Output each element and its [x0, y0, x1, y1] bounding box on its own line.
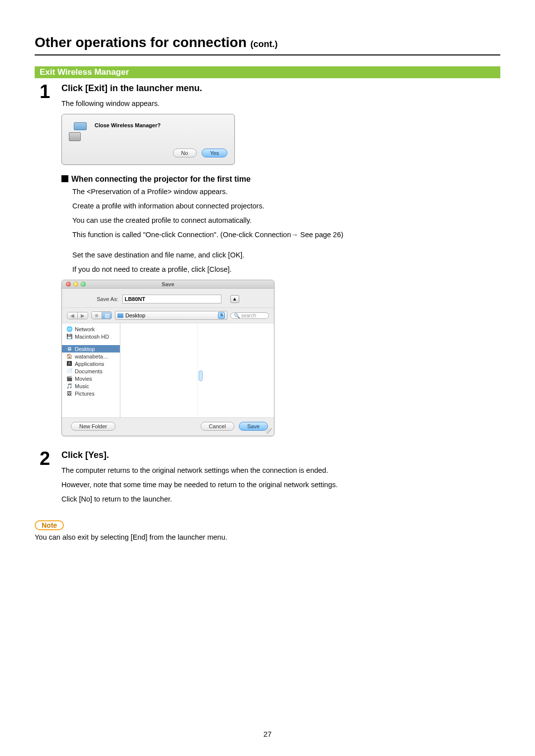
search-icon: 🔍 — [234, 313, 240, 318]
step-2-line: However, note that some time may be need… — [61, 480, 500, 490]
step-2-heading: Click [Yes]. — [61, 450, 500, 460]
step-1-heading: Click [Exit] in the launcher menu. — [61, 83, 500, 94]
search-placeholder: search — [241, 313, 256, 318]
home-icon: 🏠 — [66, 353, 72, 359]
step-1-number: 1 — [40, 82, 61, 446]
back-icon[interactable]: ◀ — [67, 312, 77, 319]
network-icon: 🌐 — [66, 326, 72, 332]
nav-back-forward[interactable]: ◀▶ — [67, 312, 88, 319]
save-as-label: Save As: — [97, 296, 118, 302]
documents-icon: 📄 — [66, 368, 72, 374]
step-2: 2 Click [Yes]. The computer returns to t… — [40, 449, 500, 508]
close-icon[interactable] — [66, 282, 71, 287]
zoom-icon[interactable] — [81, 282, 86, 287]
disclosure-button[interactable]: ▲ — [230, 295, 239, 303]
note-chip: Note — [35, 520, 64, 530]
sidebar-item-applications[interactable]: 🅰Applications — [62, 360, 120, 367]
sidebar-item-music[interactable]: 🎵Music — [62, 382, 120, 390]
no-button[interactable]: No — [173, 149, 197, 157]
yes-button[interactable]: Yes — [202, 149, 227, 157]
sub-line: You can use the created profile to conne… — [72, 215, 500, 226]
popup-arrows-icon: ⇅ — [218, 312, 225, 319]
desktop-icon: 🖥 — [66, 346, 72, 352]
sidebar-item-network[interactable]: 🌐Network — [62, 325, 120, 333]
sidebar-item-documents[interactable]: 📄Documents — [62, 367, 120, 375]
location-label: Desktop — [125, 312, 145, 318]
pictures-icon: 🖼 — [66, 390, 72, 397]
save-as-input[interactable] — [122, 295, 221, 303]
close-wm-message: Close Wireless Manager? — [95, 121, 160, 141]
desktop-icon — [117, 313, 123, 318]
save-sidebar: 🌐Network 💾Macintosh HD 🖥Desktop 🏠watanab… — [62, 323, 120, 417]
location-popup[interactable]: Desktop ⇅ — [115, 311, 227, 320]
sidebar-item-movies[interactable]: 🎬Movies — [62, 375, 120, 382]
sidebar-item-macintosh-hd[interactable]: 💾Macintosh HD — [62, 333, 120, 340]
section-bar: Exit Wireless Manager — [35, 66, 500, 78]
title-main: Other operations for connection — [35, 35, 247, 50]
sidebar-item-home[interactable]: 🏠watanabeta… — [62, 353, 120, 360]
search-input[interactable]: 🔍 search — [230, 312, 269, 319]
disk-icon: 💾 — [66, 333, 72, 340]
step-1-text: The following window appears. — [61, 99, 500, 109]
sub-line: If you do not need to create a profile, … — [72, 264, 500, 275]
step-2-number: 2 — [40, 449, 61, 508]
first-time-subheading: When connecting the projector for the fi… — [61, 175, 500, 184]
sub-line: Set the save destination and file name, … — [72, 250, 500, 260]
movies-icon: 🎬 — [66, 375, 72, 382]
file-browser-pane[interactable] — [120, 323, 274, 417]
sub-line: The <Preservation of a Profile> window a… — [72, 187, 500, 197]
resize-grip-icon[interactable] — [266, 428, 272, 434]
save-button[interactable]: Save — [239, 422, 268, 431]
save-dialog-title: Save — [62, 281, 274, 287]
scroll-thumb[interactable] — [199, 370, 203, 381]
sub-line: Create a profile with information about … — [72, 201, 500, 211]
page-number: 27 — [0, 730, 535, 738]
list-view-icon[interactable]: ≡ — [92, 312, 102, 319]
column-view-icon[interactable]: ▥ — [102, 312, 111, 319]
page-title: Other operations for connection (cont.) — [35, 35, 500, 55]
cancel-button[interactable]: Cancel — [201, 422, 234, 431]
sub-line: This function is called "One-click Conne… — [72, 230, 500, 240]
step-2-line: Click [No] to return to the launcher. — [61, 494, 500, 504]
note-text: You can also exit by selecting [End] fro… — [35, 532, 500, 543]
sidebar-item-pictures[interactable]: 🖼Pictures — [62, 390, 120, 397]
new-folder-button[interactable]: New Folder — [71, 422, 115, 431]
square-bullet-icon — [61, 175, 68, 182]
title-suffix: (cont.) — [251, 39, 278, 49]
step-2-line: The computer returns to the original net… — [61, 465, 500, 476]
step-1: 1 Click [Exit] in the launcher menu. The… — [40, 82, 500, 446]
close-wm-dialog: Close Wireless Manager? No Yes — [61, 114, 235, 165]
minimize-icon[interactable] — [73, 282, 78, 287]
music-icon: 🎵 — [66, 383, 72, 389]
forward-icon[interactable]: ▶ — [77, 312, 88, 319]
view-mode-toggle[interactable]: ≡ ▥ — [91, 311, 112, 319]
sidebar-item-desktop[interactable]: 🖥Desktop — [62, 345, 120, 353]
save-dialog: Save Save As: ▲ ◀▶ ≡ ▥ Desktop — [61, 280, 274, 436]
wireless-manager-icon — [69, 121, 89, 141]
applications-icon: 🅰 — [66, 360, 72, 367]
